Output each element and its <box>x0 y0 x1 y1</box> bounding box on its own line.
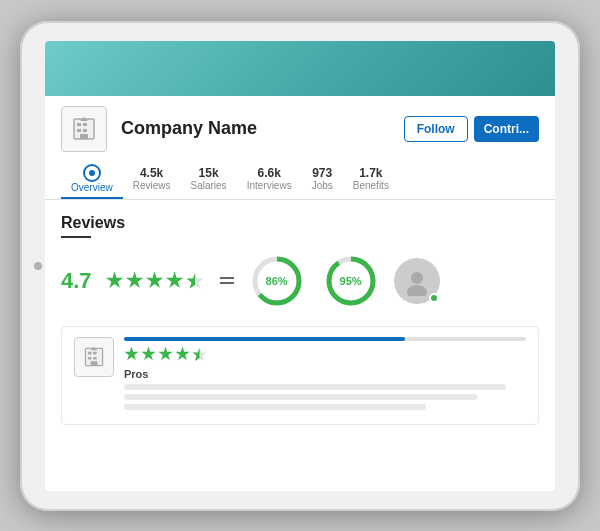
company-name: Company Name <box>121 118 257 139</box>
svg-rect-4 <box>83 129 87 132</box>
tab-salaries[interactable]: 15k Salaries <box>180 160 236 197</box>
star-4 <box>166 272 184 290</box>
reviews-section: Reviews 4.7 <box>45 202 555 437</box>
action-buttons: Follow Contri... <box>404 116 539 142</box>
tab-interviews-count: 6.6k <box>257 166 280 180</box>
tab-jobs-count: 973 <box>312 166 332 180</box>
tab-benefits[interactable]: 1.7k Benefits <box>343 160 399 197</box>
review-stars <box>124 347 526 362</box>
nav-tabs: Overview 4.5k Reviews 15k Salaries 6.6k … <box>45 158 555 200</box>
svg-rect-20 <box>88 357 91 360</box>
donut-container: 86% 95% <box>248 252 380 310</box>
company-section: Company Name Follow Contri... <box>45 96 555 158</box>
svg-rect-5 <box>80 134 88 139</box>
review-star-half <box>192 347 207 362</box>
donut-label-1: 86% <box>266 275 288 287</box>
svg-marker-26 <box>193 348 207 361</box>
rating-row: 4.7 <box>61 252 539 310</box>
reviews-title: Reviews <box>61 214 539 232</box>
overview-icon <box>83 164 101 182</box>
tab-overview-label: Overview <box>71 182 113 193</box>
tab-interviews-label: Interviews <box>247 180 292 191</box>
building-icon <box>70 115 98 143</box>
svg-rect-19 <box>93 351 96 354</box>
reviews-underline <box>61 236 91 238</box>
tab-overview[interactable]: Overview <box>61 158 123 199</box>
tab-benefits-label: Benefits <box>353 180 389 191</box>
review-progress-bar <box>124 337 526 341</box>
text-line-1 <box>124 384 506 390</box>
tablet-frame: Company Name Follow Contri... Overview 4… <box>20 21 580 511</box>
tab-salaries-count: 15k <box>199 166 219 180</box>
avatar <box>394 258 440 304</box>
review-card-content: Pros <box>124 337 526 414</box>
company-logo <box>61 106 107 152</box>
svg-rect-1 <box>77 123 81 126</box>
pros-label: Pros <box>124 368 526 380</box>
svg-point-15 <box>411 272 423 284</box>
review-card-logo <box>74 337 114 377</box>
contribute-button[interactable]: Contri... <box>474 116 539 142</box>
tablet-screen: Company Name Follow Contri... Overview 4… <box>45 41 555 491</box>
svg-rect-22 <box>91 361 98 365</box>
equals-line-1 <box>220 277 234 279</box>
star-1 <box>106 272 124 290</box>
text-line-3 <box>124 404 426 410</box>
review-star-3 <box>158 347 173 362</box>
svg-rect-3 <box>77 129 81 132</box>
tab-reviews-count: 4.5k <box>140 166 163 180</box>
tab-interviews[interactable]: 6.6k Interviews <box>237 160 302 197</box>
tab-reviews[interactable]: 4.5k Reviews <box>123 160 181 197</box>
svg-point-16 <box>407 285 427 296</box>
review-star-4 <box>175 347 190 362</box>
equals-line-2 <box>220 282 234 284</box>
review-progress-fill <box>124 337 405 341</box>
header-bar <box>45 41 555 96</box>
text-line-2 <box>124 394 478 400</box>
review-card: Pros <box>61 326 539 425</box>
svg-rect-21 <box>93 357 96 360</box>
svg-marker-10 <box>186 273 203 289</box>
rating-score: 4.7 <box>61 268 92 294</box>
avatar-icon <box>402 266 432 296</box>
star-5-half <box>186 272 204 290</box>
star-3 <box>146 272 164 290</box>
tab-jobs-label: Jobs <box>312 180 333 191</box>
tab-benefits-count: 1.7k <box>359 166 382 180</box>
svg-rect-2 <box>83 123 87 126</box>
review-building-icon <box>82 345 106 369</box>
follow-button[interactable]: Follow <box>404 116 468 142</box>
review-star-2 <box>141 347 156 362</box>
review-star-1 <box>124 347 139 362</box>
stars-container <box>106 272 204 290</box>
star-2 <box>126 272 144 290</box>
donut-chart-2: 95% <box>322 252 380 310</box>
tab-jobs[interactable]: 973 Jobs <box>302 160 343 197</box>
tab-salaries-label: Salaries <box>190 180 226 191</box>
equals-icon <box>220 277 234 284</box>
overview-dot <box>89 170 95 176</box>
donut-chart-1: 86% <box>248 252 306 310</box>
online-indicator <box>429 293 439 303</box>
tab-reviews-label: Reviews <box>133 180 171 191</box>
svg-rect-18 <box>88 351 91 354</box>
donut-label-2: 95% <box>340 275 362 287</box>
